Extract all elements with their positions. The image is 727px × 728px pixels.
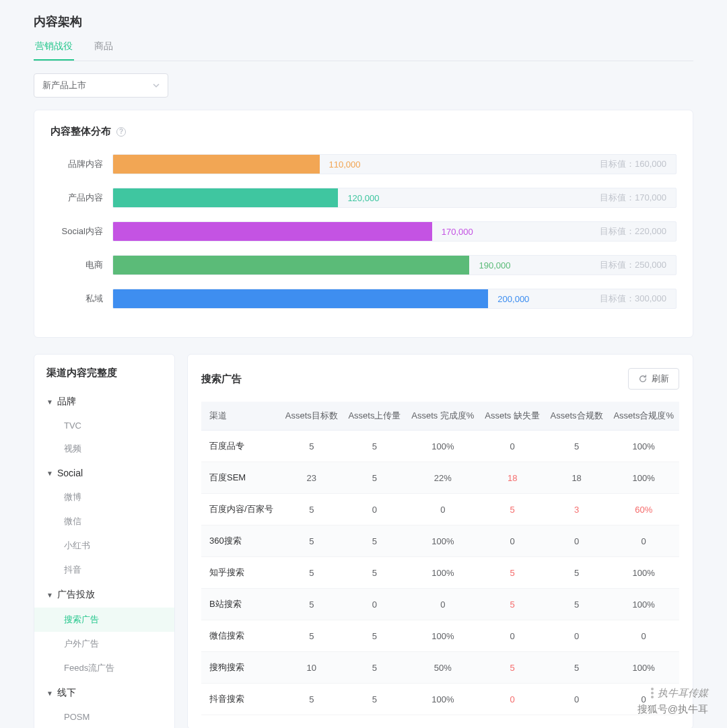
table-cell: 0 xyxy=(406,589,479,620)
tree-leaf[interactable]: 抖音 xyxy=(34,558,174,582)
table-row: 百度内容/百家号5005360% xyxy=(201,494,679,525)
refresh-label: 刷新 xyxy=(652,373,669,385)
bar-row: 品牌内容110,000目标值：160,000 xyxy=(50,154,677,174)
table-body: 百度品专55100%05100%百度SEM23522%1818100%百度内容/… xyxy=(201,431,679,715)
table-cell: 100% xyxy=(406,620,479,652)
bar-track: 110,000目标值：160,000 xyxy=(112,154,677,174)
table-cell: 5 xyxy=(343,557,407,589)
overview-bars: 品牌内容110,000目标值：160,000产品内容120,000目标值：170… xyxy=(50,154,677,309)
table-row: 知乎搜索55100%55100% xyxy=(201,557,679,589)
overview-title-row: 内容整体分布 ? xyxy=(50,125,677,138)
bar-label: Social内容 xyxy=(50,225,112,238)
bar-track: 170,000目标值：220,000 xyxy=(112,221,677,242)
table-cell: 0 xyxy=(406,494,479,525)
table-cell: 5 xyxy=(280,525,343,557)
overview-card: 内容整体分布 ? 品牌内容110,000目标值：160,000产品内容120,0… xyxy=(34,110,693,338)
bar-track: 120,000目标值：170,000 xyxy=(112,188,677,208)
sidebar-tree: ▼品牌TVC视频▼Social微博微信小红书抖音▼广告投放搜索广告户外广告Fee… xyxy=(34,389,174,728)
table-cell: 微信搜索 xyxy=(201,620,280,652)
table-cell: 百度内容/百家号 xyxy=(201,494,280,525)
table-cell: B站搜索 xyxy=(201,589,280,620)
bar-value: 110,000 xyxy=(329,159,361,170)
info-icon[interactable]: ? xyxy=(116,127,126,137)
table-cell: 搜狗搜索 xyxy=(201,652,280,684)
table-row: 微信搜索55100%000 xyxy=(201,620,679,652)
caret-down-icon: ▼ xyxy=(46,690,53,697)
tab-product[interactable]: 商品 xyxy=(93,40,114,61)
bar-track: 190,000目标值：250,000 xyxy=(112,255,677,275)
table-cell: 5 xyxy=(280,589,343,620)
tree-leaf[interactable]: TVC xyxy=(34,414,174,437)
tree-group[interactable]: ▼线下 xyxy=(34,680,174,706)
tree-leaf[interactable]: 微博 xyxy=(34,485,174,509)
table-head-row: 渠道Assets目标数Assets上传量Assets 完成度%Assets 缺失… xyxy=(201,402,679,431)
table-cell: 5 xyxy=(343,684,407,715)
table-header-row: 搜索广告 刷新 xyxy=(201,368,679,390)
table-cell: 100% xyxy=(406,684,479,715)
sidebar-card: 渠道内容完整度 ▼品牌TVC视频▼Social微博微信小红书抖音▼广告投放搜索广… xyxy=(34,354,175,728)
caret-down-icon: ▼ xyxy=(46,470,53,477)
table-cell: 0 xyxy=(608,620,679,652)
chevron-down-icon xyxy=(153,82,160,89)
bar-fill xyxy=(113,289,488,308)
table-cell: 22% xyxy=(406,462,479,494)
refresh-button[interactable]: 刷新 xyxy=(628,368,679,390)
tree-leaf[interactable]: POSM xyxy=(34,706,174,728)
tree-group[interactable]: ▼广告投放 xyxy=(34,582,174,608)
table-cell: 18 xyxy=(480,462,545,494)
tree-group-label: 品牌 xyxy=(57,396,76,408)
table-cell: 360搜索 xyxy=(201,525,280,557)
tree-group[interactable]: ▼Social xyxy=(34,461,174,485)
table-cell: 50% xyxy=(406,652,479,684)
bar-target: 目标值：220,000 xyxy=(600,225,666,238)
table-cell: 百度品专 xyxy=(201,431,280,462)
sidebar-title: 渠道内容完整度 xyxy=(34,367,174,389)
table-col-header: Assets上传量 xyxy=(343,402,407,431)
table-cell: 0 xyxy=(608,525,679,557)
tab-campaign[interactable]: 营销战役 xyxy=(34,40,74,61)
campaign-select[interactable]: 新产品上市 xyxy=(34,73,168,98)
table-cell: 5 xyxy=(343,462,407,494)
tree-group-label: 广告投放 xyxy=(57,589,95,601)
table-cell: 0 xyxy=(343,494,407,525)
table-cell: 100% xyxy=(608,589,679,620)
table-cell: 5 xyxy=(545,557,609,589)
table-cell: 5 xyxy=(343,525,407,557)
page-title: 内容架构 xyxy=(34,13,693,30)
tree-leaf[interactable]: 搜索广告 xyxy=(34,608,174,632)
table-cell: 0 xyxy=(545,525,609,557)
table-cell: 60% xyxy=(608,494,679,525)
bar-fill xyxy=(113,222,432,241)
bar-target: 目标值：250,000 xyxy=(600,259,666,271)
tree-group-label: 线下 xyxy=(57,687,76,699)
tree-group[interactable]: ▼品牌 xyxy=(34,389,174,414)
table-row: 搜狗搜索10550%55100% xyxy=(201,652,679,684)
table-cell: 5 xyxy=(545,589,609,620)
table-cell: 100% xyxy=(406,557,479,589)
table-cell: 18 xyxy=(545,462,609,494)
table-cell: 100% xyxy=(406,431,479,462)
table-cell: 5 xyxy=(480,494,545,525)
table-cell: 知乎搜索 xyxy=(201,557,280,589)
table-cell: 5 xyxy=(545,652,609,684)
table-title: 搜索广告 xyxy=(201,373,242,386)
table-cell: 5 xyxy=(545,431,609,462)
tree-leaf[interactable]: 视频 xyxy=(34,437,174,461)
table-cell: 0 xyxy=(608,684,679,715)
bar-value: 200,000 xyxy=(497,294,529,304)
table-card: 搜索广告 刷新 渠道Assets目标数Assets上传量Assets 完成度%A… xyxy=(187,354,693,728)
table-cell: 3 xyxy=(545,494,609,525)
table-row: B站搜索50055100% xyxy=(201,589,679,620)
refresh-icon xyxy=(638,374,648,384)
caret-down-icon: ▼ xyxy=(46,591,53,599)
bar-row: 私域200,000目标值：300,000 xyxy=(50,289,677,309)
table-col-header: Assets合规数 xyxy=(545,402,609,431)
table-cell: 0 xyxy=(480,620,545,652)
tree-leaf[interactable]: 微信 xyxy=(34,509,174,534)
tree-leaf[interactable]: Feeds流广告 xyxy=(34,656,174,680)
table-cell: 100% xyxy=(406,525,479,557)
tree-leaf[interactable]: 小红书 xyxy=(34,534,174,558)
tree-group-label: Social xyxy=(57,468,83,478)
table-cell: 100% xyxy=(608,431,679,462)
tree-leaf[interactable]: 户外广告 xyxy=(34,632,174,656)
